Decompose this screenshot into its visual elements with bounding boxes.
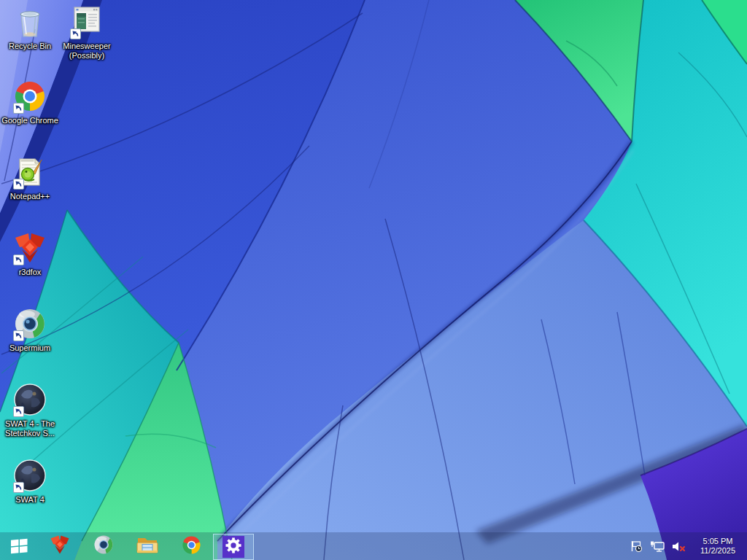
volume-muted-icon[interactable] (670, 538, 686, 554)
desktop-icon-swat4-stetchkov[interactable]: SWAT 4 - The Stetchkov S... (1, 382, 58, 438)
desktop-icon-recycle-bin[interactable]: Recycle Bin (1, 4, 58, 51)
wallpaper-image (0, 0, 747, 560)
shortcut-arrow-overlay (70, 28, 81, 39)
desktop-icon-supermium[interactable]: Supermium (1, 306, 58, 353)
chrome-icon (12, 79, 47, 114)
taskbar-file-explorer-button[interactable] (125, 532, 169, 560)
network-icon[interactable] (649, 538, 665, 554)
desktop-icon-r3dfox[interactable]: r3dfox (1, 230, 58, 277)
r3dfox-icon (12, 230, 47, 265)
desktop: Recycle Bin (0, 0, 747, 560)
desktop-icon-label: Minesweeper (Possibly) (58, 42, 115, 61)
clock-time: 5:05 PM (694, 537, 741, 546)
supermium-icon (93, 534, 115, 559)
action-center-flag-icon[interactable] (628, 538, 644, 554)
supermium-icon (12, 306, 47, 341)
desktop-icon-label: SWAT 4 (1, 495, 58, 505)
desktop-icon-label: Notepad++ (1, 192, 58, 201)
system-tray: 5:05 PM 11/2/2025 (628, 537, 747, 556)
desktop-icon-minesweeper[interactable]: Minesweeper (Possibly) (58, 4, 115, 61)
shortcut-arrow-overlay (13, 254, 24, 265)
r3dfox-icon (49, 534, 71, 559)
gear-icon (225, 537, 241, 556)
taskbar-chrome-button[interactable] (169, 532, 213, 560)
notepadpp-icon (12, 155, 47, 190)
desktop-icon-label: SWAT 4 - The Stetchkov S... (1, 419, 58, 438)
taskbar-supermium-button[interactable] (82, 532, 125, 560)
desktop-icon-swat4[interactable]: SWAT 4 (1, 458, 58, 505)
chrome-icon (181, 534, 202, 559)
swat4-icon (12, 382, 47, 417)
clock-date: 11/2/2025 (694, 546, 741, 556)
minesweeper-icon (69, 4, 104, 39)
shortcut-arrow-overlay (13, 482, 24, 493)
file-explorer-icon (136, 534, 159, 559)
taskbar: 5:05 PM 11/2/2025 (0, 532, 747, 560)
shortcut-arrow-overlay (13, 179, 24, 190)
taskbar-r3dfox-button[interactable] (38, 532, 82, 560)
windows-start-icon (9, 535, 29, 557)
desktop-icon-label: Supermium (1, 343, 58, 353)
shortcut-arrow-overlay (13, 330, 24, 341)
desktop-icon-label: r3dfox (1, 268, 58, 277)
swat4-icon (12, 458, 47, 493)
desktop-icon-google-chrome[interactable]: Google Chrome (1, 79, 58, 125)
shortcut-arrow-overlay (13, 406, 24, 417)
desktop-icon-label: Google Chrome (1, 116, 58, 125)
taskbar-settings-button[interactable] (213, 534, 254, 560)
desktop-icon-notepadpp[interactable]: Notepad++ (1, 155, 58, 201)
settings-tile (222, 536, 244, 558)
taskbar-clock[interactable]: 5:05 PM 11/2/2025 (692, 537, 741, 556)
start-button[interactable] (0, 532, 38, 560)
desktop-icon-label: Recycle Bin (1, 42, 58, 51)
recycle-bin-icon (12, 4, 47, 39)
shortcut-arrow-overlay (13, 103, 24, 114)
